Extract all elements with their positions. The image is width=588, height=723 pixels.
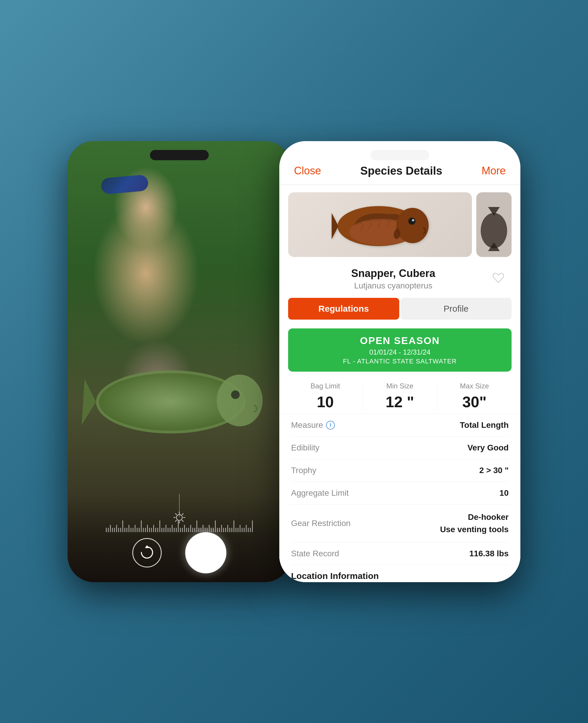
gear-restriction-row: Gear Restriction De-hookerUse venting to… [291,505,509,543]
trophy-label: Trophy [291,466,316,475]
held-fish-svg [79,296,280,494]
state-record-value: 116.38 lbs [469,549,509,558]
phones-container: Close Species Details More [68,141,520,582]
edibility-label: Edibility [291,443,319,452]
aggregate-limit-label: Aggregate Limit [291,488,349,498]
screen-title: Species Details [360,165,442,177]
more-button[interactable]: More [482,165,506,177]
species-screen: Close Species Details More [279,141,520,582]
fish-thumbnail-svg [476,192,511,257]
bag-limit-label: Bag Limit [288,382,362,390]
camera-view [68,141,291,582]
location-section: Location Information 25° 18' 11.94" N 80… [279,565,520,582]
info-icon[interactable]: i [326,421,335,429]
species-phone: Close Species Details More [279,141,520,582]
measure-label: Measure i [291,421,335,430]
svg-point-18 [408,217,415,225]
trophy-row: Trophy 2 > 30 " [291,459,509,482]
state-record-label: State Record [291,549,339,558]
location-title: Location Information [291,571,509,581]
fish-image-main[interactable] [288,192,472,257]
tab-profile[interactable]: Profile [401,298,512,320]
state-record-row: State Record 116.38 lbs [291,543,509,565]
svg-line-10 [175,513,177,515]
measure-row: Measure i Total Length [291,414,509,437]
edibility-value: Very Good [467,443,509,452]
fish-image-thumbnail[interactable] [476,192,511,257]
bag-limit-value: 10 [288,393,362,411]
svg-point-4 [231,390,239,399]
trophy-value: 2 > 30 " [479,466,509,475]
gear-restriction-label: Gear Restriction [291,519,351,528]
season-location: FL - ATLANTIC STATE SALTWATER [294,358,506,365]
bag-limit-stat: Bag Limit 10 [288,382,362,411]
shutter-button[interactable] [185,532,226,573]
tab-regulations[interactable]: Regulations [288,298,399,320]
left-phone-notch [150,150,209,160]
season-dates: 01/01/24 - 12/31/24 [294,348,506,356]
common-name: Snapper, Cubera [294,267,492,280]
svg-line-12 [182,513,184,515]
screen-content: Snapper, Cubera Lutjanus cyanopterus Reg… [279,185,520,582]
species-tabs: Regulations Profile [279,294,520,324]
fish-illustration [288,192,472,257]
close-button[interactable]: Close [294,165,321,177]
svg-marker-2 [82,379,96,425]
rotate-camera-button[interactable] [132,538,162,568]
camera-ui-overlay [68,494,291,582]
edibility-row: Edibility Very Good [291,437,509,459]
species-names: Snapper, Cubera Lutjanus cyanopterus [294,267,492,291]
measure-value: Total Length [460,421,509,430]
max-size-label: Max Size [437,382,511,390]
season-banner: OPEN SEASON 01/01/24 - 12/31/24 FL - ATL… [288,328,511,371]
vertical-guide-line [179,494,180,517]
svg-point-17 [396,208,429,243]
fish-images-row [279,185,520,263]
favorite-button[interactable] [492,272,506,285]
species-name-section: Snapper, Cubera Lutjanus cyanopterus [279,263,520,294]
season-status: OPEN SEASON [294,335,506,346]
min-size-stat: Min Size 12 " [362,382,437,411]
max-size-stat: Max Size 30" [437,382,511,411]
gear-restriction-value: De-hookerUse venting tools [440,511,509,536]
scientific-name: Lutjanus cyanopterus [294,281,492,291]
min-size-label: Min Size [363,382,437,390]
cubera-snapper-svg [330,198,430,251]
stats-row: Bag Limit 10 Min Size 12 " Max Size 30" [279,376,520,414]
max-size-value: 30" [437,393,511,411]
measure-label-text: Measure [291,421,323,430]
rotate-icon [139,545,155,561]
detail-rows: Measure i Total Length Edibility Very Go… [279,414,520,565]
right-phone-notch [371,150,429,160]
species-header: Close Species Details More [279,141,520,185]
svg-point-3 [217,375,262,426]
aggregate-limit-row: Aggregate Limit 10 [291,482,509,505]
min-size-value: 12 " [363,393,437,411]
svg-point-19 [412,219,414,221]
camera-phone [68,141,291,582]
ruler-ticks [106,520,253,532]
camera-controls [68,532,291,573]
aggregate-limit-value: 10 [500,488,509,498]
